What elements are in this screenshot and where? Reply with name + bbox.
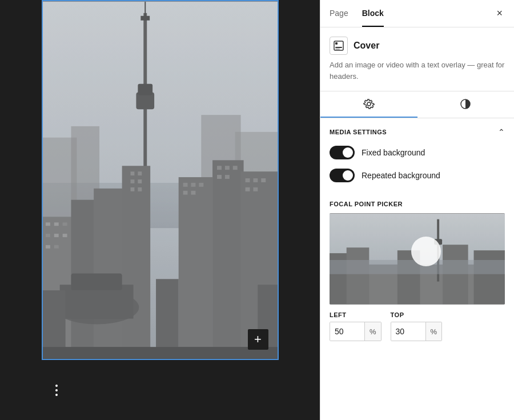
section-header: Media settings ⌃ [330,127,505,137]
dot-2 [55,389,58,391]
style-icon [460,98,471,110]
fixed-background-toggle[interactable] [330,146,355,159]
left-coord-group: LEFT % [330,311,382,341]
coord-row: LEFT % TOP % [330,311,505,341]
left-coord-unit: % [364,322,381,341]
tab-block[interactable]: Block [362,1,384,27]
top-coord-unit: % [425,322,442,341]
panel-tabs-header: Page Block × [320,0,514,27]
svg-rect-56 [335,42,338,45]
focal-image-container[interactable] [330,213,505,305]
settings-tab-style[interactable] [417,91,515,118]
svg-rect-58 [335,49,340,50]
repeated-background-toggle[interactable] [330,169,355,182]
top-coord-group: TOP % [391,311,443,341]
city-image [43,1,278,359]
settings-tabs [320,91,514,118]
section-title: Media settings [330,129,387,135]
left-coord-label: LEFT [330,311,382,318]
add-block-button[interactable]: + [248,329,268,350]
block-options-button[interactable] [51,380,62,401]
block-description: Add an image or video with a text overla… [330,59,505,82]
right-panel: Page Block × Cover Add an image or video… [320,0,514,420]
focal-point-section: FOCAL POINT PICKER [320,201,514,350]
focal-point-handle[interactable] [411,237,441,266]
fixed-background-thumb [343,147,353,158]
cover-block-icon [330,37,348,55]
panel-tabs-group: Page Block [330,1,384,27]
gear-icon [363,98,375,110]
close-panel-button[interactable]: × [494,5,505,22]
repeated-background-row: Repeated background [330,169,505,182]
tab-page[interactable]: Page [330,1,348,27]
canvas-area: + [42,0,279,360]
fixed-background-row: Fixed background [330,146,505,159]
top-coord-input[interactable] [391,322,425,341]
top-coord-input-row: % [391,322,443,341]
left-coord-input-row: % [330,322,382,341]
block-title: Cover [354,41,379,51]
block-title-row: Cover [330,37,505,55]
repeated-background-thumb [343,170,353,181]
repeated-background-track [330,169,355,182]
settings-tab-gear[interactable] [320,91,417,118]
cover-icon-svg [334,41,344,51]
dot-3 [55,394,58,396]
block-info: Cover Add an image or video with a text … [320,27,514,91]
bottom-toolbar [42,360,279,420]
fixed-background-label: Fixed background [362,148,425,157]
focal-point-title: FOCAL POINT PICKER [330,201,505,207]
fixed-background-track [330,146,355,159]
city-skyline-svg [43,1,278,359]
left-coord-input[interactable] [330,322,364,341]
repeated-background-label: Repeated background [362,171,440,180]
dot-1 [55,385,58,387]
svg-rect-54 [43,2,278,358]
media-settings-section: Media settings ⌃ Fixed background Repeat… [320,118,514,201]
svg-rect-57 [335,47,342,48]
top-coord-label: TOP [391,311,443,318]
collapse-section-button[interactable]: ⌃ [498,127,505,137]
canvas-panel: + [0,0,320,420]
